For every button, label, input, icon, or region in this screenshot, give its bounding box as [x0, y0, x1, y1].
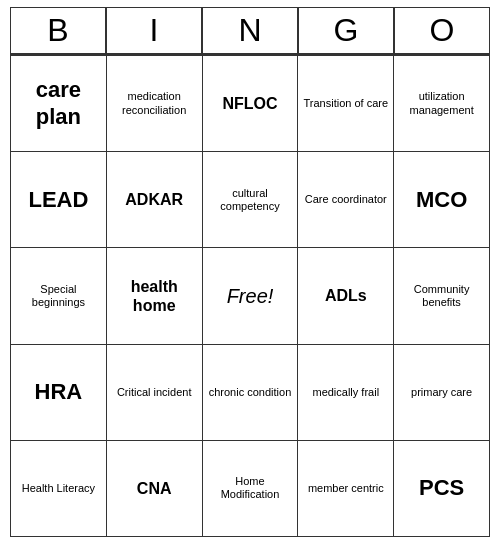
- cell-text-r4-c3: member centric: [308, 482, 384, 495]
- cell-text-r1-c0: LEAD: [28, 187, 88, 213]
- cell-text-r1-c3: Care coordinator: [305, 193, 387, 206]
- cell-text-r1-c1: ADKAR: [125, 190, 183, 209]
- bingo-cell-r0-c4: utilization management: [394, 56, 490, 152]
- cell-text-r0-c1: medication reconciliation: [111, 90, 198, 116]
- cell-text-r0-c4: utilization management: [398, 90, 485, 116]
- cell-text-r1-c4: MCO: [416, 187, 467, 213]
- bingo-cell-r1-c4: MCO: [394, 152, 490, 248]
- bingo-cell-r1-c3: Care coordinator: [298, 152, 394, 248]
- cell-text-r3-c0: HRA: [35, 379, 83, 405]
- cell-text-r0-c3: Transition of care: [304, 97, 389, 110]
- cell-text-r2-c0: Special beginnings: [15, 283, 102, 309]
- cell-text-r3-c2: chronic condition: [209, 386, 292, 399]
- header-letter-G: G: [298, 7, 394, 55]
- cell-text-r2-c3: ADLs: [325, 286, 367, 305]
- bingo-cell-r3-c4: primary care: [394, 345, 490, 441]
- cell-text-r4-c1: CNA: [137, 479, 172, 498]
- bingo-cell-r2-c1: health home: [107, 248, 203, 344]
- bingo-cell-r3-c3: medically frail: [298, 345, 394, 441]
- cell-text-r0-c2: NFLOC: [222, 94, 277, 113]
- bingo-cell-r1-c0: LEAD: [11, 152, 107, 248]
- bingo-cell-r4-c4: PCS: [394, 441, 490, 537]
- bingo-card: BINGO care planmedication reconciliation…: [10, 7, 490, 537]
- cell-text-r0-c0: care plan: [15, 77, 102, 130]
- bingo-cell-r3-c2: chronic condition: [203, 345, 299, 441]
- header-letter-B: B: [10, 7, 106, 55]
- header-letter-I: I: [106, 7, 202, 55]
- bingo-cell-r4-c0: Health Literacy: [11, 441, 107, 537]
- bingo-cell-r4-c1: CNA: [107, 441, 203, 537]
- bingo-cell-r3-c1: Critical incident: [107, 345, 203, 441]
- cell-text-r4-c0: Health Literacy: [22, 482, 95, 495]
- cell-text-r2-c4: Community benefits: [398, 283, 485, 309]
- bingo-cell-r0-c1: medication reconciliation: [107, 56, 203, 152]
- bingo-cell-r4-c3: member centric: [298, 441, 394, 537]
- bingo-cell-r1-c2: cultural competency: [203, 152, 299, 248]
- cell-text-r4-c4: PCS: [419, 475, 464, 501]
- cell-text-r3-c1: Critical incident: [117, 386, 192, 399]
- bingo-cell-r2-c3: ADLs: [298, 248, 394, 344]
- cell-text-r2-c2: Free!: [227, 284, 274, 308]
- cell-text-r3-c4: primary care: [411, 386, 472, 399]
- bingo-cell-r4-c2: Home Modification: [203, 441, 299, 537]
- cell-text-r2-c1: health home: [111, 277, 198, 315]
- bingo-cell-r2-c4: Community benefits: [394, 248, 490, 344]
- cell-text-r3-c3: medically frail: [312, 386, 379, 399]
- bingo-cell-r0-c3: Transition of care: [298, 56, 394, 152]
- bingo-cell-r1-c1: ADKAR: [107, 152, 203, 248]
- bingo-grid: care planmedication reconciliationNFLOCT…: [10, 55, 490, 537]
- bingo-cell-r3-c0: HRA: [11, 345, 107, 441]
- cell-text-r1-c2: cultural competency: [207, 187, 294, 213]
- bingo-cell-r2-c2: Free!: [203, 248, 299, 344]
- bingo-header: BINGO: [10, 7, 490, 55]
- bingo-cell-r0-c2: NFLOC: [203, 56, 299, 152]
- header-letter-O: O: [394, 7, 490, 55]
- header-letter-N: N: [202, 7, 298, 55]
- bingo-cell-r2-c0: Special beginnings: [11, 248, 107, 344]
- bingo-cell-r0-c0: care plan: [11, 56, 107, 152]
- cell-text-r4-c2: Home Modification: [207, 475, 294, 501]
